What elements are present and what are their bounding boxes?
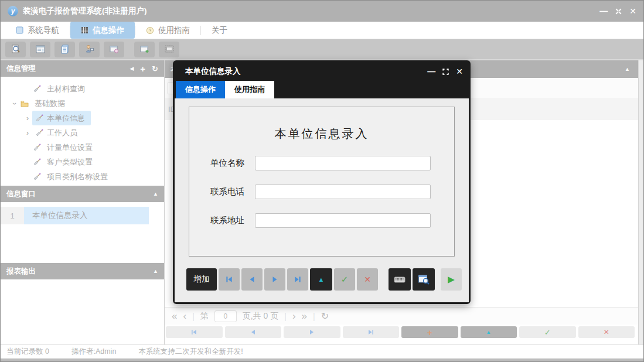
panel-collapse-up-icon[interactable]: ▲ bbox=[153, 191, 158, 197]
page-number-input[interactable] bbox=[214, 310, 237, 322]
company-name-label: 单位名称 bbox=[210, 158, 249, 169]
page-next-button[interactable]: › bbox=[292, 311, 296, 321]
page-label-after: 页,共 0 页 bbox=[243, 311, 278, 322]
tool-icon bbox=[36, 129, 43, 136]
first-icon bbox=[190, 329, 197, 336]
record-add-button[interactable]: + bbox=[401, 326, 458, 338]
window-bottom-edge bbox=[1, 358, 643, 361]
record-cancel-button[interactable]: ✕ bbox=[578, 326, 635, 338]
clock-icon bbox=[146, 26, 154, 35]
panel-header-info-window: 信息窗口 ▲ bbox=[1, 186, 164, 202]
contact-address-input[interactable] bbox=[255, 213, 431, 228]
page-last-button[interactable]: » bbox=[302, 311, 307, 321]
chevron-right-icon[interactable]: › bbox=[23, 129, 32, 137]
zoom-document-icon bbox=[11, 44, 21, 54]
keyboard-icon bbox=[394, 275, 406, 284]
panel-collapse-up-icon[interactable]: ▲ bbox=[625, 66, 630, 72]
form-title: 本单位信息录入 bbox=[189, 126, 454, 142]
record-confirm-button[interactable]: ✓ bbox=[519, 326, 576, 338]
tree-item-main-material-query[interactable]: 主材料查询 bbox=[1, 81, 164, 96]
restore-button[interactable] bbox=[615, 8, 622, 15]
dialog-maximize-button[interactable] bbox=[442, 68, 449, 76]
info-window-list: 1 本单位信息录入 bbox=[1, 202, 164, 263]
dialog-tab-info-operation[interactable]: 信息操作 bbox=[176, 81, 225, 98]
toolbar-documents-button[interactable] bbox=[54, 42, 75, 57]
tree-item-company-info[interactable]: › 本单位信息 bbox=[1, 111, 164, 125]
tree-item-project-category-settings[interactable]: 项目类别名称设置 bbox=[1, 169, 164, 184]
chevron-right-icon[interactable]: › bbox=[23, 114, 32, 122]
row-label: 本单位信息录入 bbox=[24, 207, 149, 224]
dialog-cancel-button[interactable]: ✕ bbox=[357, 268, 378, 291]
pagination-bar: « ‹ | 第 页,共 0 页 | › » | ↻ bbox=[165, 307, 638, 325]
panel-collapse-left-icon[interactable]: ◀ bbox=[130, 66, 134, 71]
record-first-button[interactable] bbox=[166, 326, 223, 338]
toolbar-zoom-document-button[interactable] bbox=[5, 42, 26, 57]
row-number: 1 bbox=[1, 207, 24, 224]
status-record-count: 当前记录数 0 bbox=[6, 347, 49, 357]
status-operator: 操作者:Admin bbox=[71, 347, 116, 357]
selection-window-icon bbox=[164, 44, 175, 54]
dialog-footer: 增加 ▲ ✓ ✕ bbox=[175, 257, 469, 302]
toolbar-person-button[interactable] bbox=[79, 42, 100, 57]
app-logo-icon: y bbox=[8, 6, 18, 16]
dialog-run-button[interactable]: ▶ bbox=[441, 268, 462, 291]
dialog-next-button[interactable] bbox=[264, 268, 285, 291]
dialog-prev-button[interactable] bbox=[241, 268, 263, 291]
dialog-close-button[interactable]: ✕ bbox=[456, 67, 463, 76]
panel-add-icon[interactable]: + bbox=[140, 64, 145, 73]
minimize-button[interactable]: — bbox=[599, 6, 608, 16]
dialog-tab-user-guide[interactable]: 使用指南 bbox=[225, 81, 274, 98]
contact-phone-input[interactable] bbox=[255, 185, 431, 199]
tab-about[interactable]: 关于 bbox=[201, 22, 238, 39]
company-name-input[interactable] bbox=[255, 156, 431, 170]
toolbar-form-window-button[interactable] bbox=[30, 42, 50, 57]
dialog-collapse-button[interactable]: ▲ bbox=[310, 268, 332, 291]
tree-item-base-data[interactable]: › 基础数据 bbox=[1, 96, 164, 111]
record-prev-button[interactable] bbox=[225, 326, 282, 338]
prev-icon bbox=[248, 275, 256, 284]
panel-header-report-output: 报表输出 ▲ bbox=[1, 263, 164, 279]
dialog-keyboard-button[interactable] bbox=[389, 268, 411, 291]
company-info-form: 本单位信息录入 单位名称 联系电话 联系地址 bbox=[189, 107, 455, 257]
triangle-up-icon: ▲ bbox=[486, 329, 491, 335]
record-next-button[interactable] bbox=[284, 326, 340, 338]
tree-item-unit-settings[interactable]: 计量单位设置 bbox=[1, 140, 164, 155]
last-icon bbox=[367, 329, 374, 336]
dialog-confirm-button[interactable]: ✓ bbox=[334, 268, 355, 291]
toolbar-selection-window-button[interactable] bbox=[159, 42, 179, 57]
dialog-tabs: 信息操作 使用指南 bbox=[175, 81, 469, 98]
dialog-search-form-button[interactable] bbox=[413, 268, 435, 291]
check-icon: ✓ bbox=[544, 328, 551, 337]
tree-item-customer-type-settings[interactable]: 客户类型设置 bbox=[1, 155, 164, 169]
toolbar-window-add-button[interactable] bbox=[134, 42, 155, 57]
first-icon bbox=[225, 275, 233, 284]
grid-icon bbox=[81, 26, 88, 34]
company-info-dialog: 本单位信息录入 — ✕ 信息操作 使用指南 本单位信息录入 单位名称 bbox=[173, 60, 471, 304]
record-nav-bar: + ▲ ✓ ✕ bbox=[165, 325, 638, 340]
tree-item-staff[interactable]: › 工作人员 bbox=[1, 125, 164, 140]
record-collapse-button[interactable]: ▲ bbox=[461, 326, 517, 338]
record-last-button[interactable] bbox=[343, 326, 400, 338]
tab-user-guide[interactable]: 使用指南 bbox=[135, 22, 200, 39]
app-titlebar: y 装潢电子报价管理系统(非注册用户) — ✕ bbox=[1, 1, 643, 22]
add-record-button[interactable]: 增加 bbox=[186, 268, 217, 291]
panel-refresh-icon[interactable]: ↻ bbox=[152, 64, 158, 73]
refresh-icon[interactable]: ↻ bbox=[321, 310, 329, 322]
page-first-button[interactable]: « bbox=[172, 311, 177, 321]
info-window-row[interactable]: 1 本单位信息录入 bbox=[1, 207, 149, 224]
tab-info-operation[interactable]: 信息操作 bbox=[70, 22, 135, 39]
toolbar-window-search-button[interactable] bbox=[104, 42, 124, 57]
tab-system-nav[interactable]: 系统导航 bbox=[5, 22, 70, 39]
dialog-first-button[interactable] bbox=[219, 268, 240, 291]
chevron-down-icon[interactable]: › bbox=[11, 99, 19, 108]
statusbar: 当前记录数 0 操作者:Admin 本系统支持二次开发和全新开发! bbox=[1, 344, 643, 358]
dialog-minimize-button[interactable]: — bbox=[427, 67, 435, 76]
close-button[interactable]: ✕ bbox=[629, 6, 636, 16]
dialog-last-button[interactable] bbox=[287, 268, 308, 291]
next-icon bbox=[271, 275, 279, 284]
panel-collapse-up-icon[interactable]: ▲ bbox=[153, 268, 158, 274]
documents-icon bbox=[60, 44, 70, 54]
page-prev-button[interactable]: ‹ bbox=[183, 311, 186, 321]
tool-icon bbox=[33, 173, 41, 180]
tool-icon bbox=[33, 158, 41, 166]
